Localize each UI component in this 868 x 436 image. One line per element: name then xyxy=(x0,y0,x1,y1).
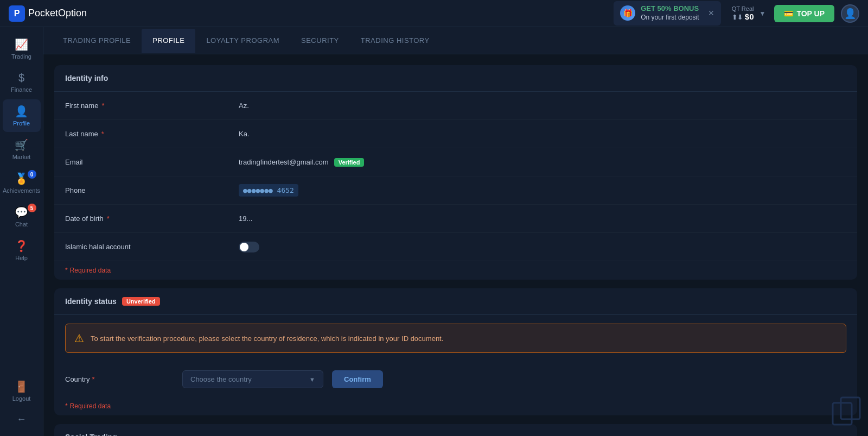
tab-trading-history[interactable]: TRADING HISTORY xyxy=(350,29,441,53)
tab-trading-profile[interactable]: TRADING PROFILE xyxy=(52,29,142,53)
identity-info-body: First name * Az. Last name * Ka. xyxy=(54,92,857,280)
phone-row: Phone ●●●●●●● 4652 xyxy=(54,176,857,205)
tab-navigation: TRADING PROFILE PROFILE LOYALTY PROGRAM … xyxy=(43,27,868,54)
profile-icon: 👤 xyxy=(15,105,28,118)
tab-profile[interactable]: PROFILE xyxy=(142,29,195,53)
tab-loyalty[interactable]: LOYALTY PROGRAM xyxy=(195,29,290,53)
identity-info-header: Identity info xyxy=(54,65,857,92)
balance-label: QT Real xyxy=(732,5,754,12)
email-row: Email tradingfindertest@gmail.com Verifi… xyxy=(54,148,857,176)
dob-label: Date of birth * xyxy=(65,214,239,223)
first-name-required: * xyxy=(101,102,104,110)
phone-display: ●●●●●●● 4652 xyxy=(239,184,298,197)
sidebar-item-label-achievements: Achievements xyxy=(3,187,40,194)
arrow-left-icon: ← xyxy=(17,414,27,425)
balance-amount: ⬆⬇ $0 xyxy=(732,12,754,21)
achievements-icon: 🏅 xyxy=(15,172,28,185)
social-trading-section: Social Trading Avatar 👤 Click or Drop im… xyxy=(54,424,857,436)
identity-status-section: Identity status Unverified ⚠ To start th… xyxy=(54,288,857,415)
sidebar-item-market[interactable]: 🛒 Market xyxy=(3,133,41,166)
sidebar-item-help[interactable]: ❓ Help xyxy=(3,234,41,267)
email-value: tradingfindertest@gmail.com Verified xyxy=(239,158,846,167)
verification-warning: ⚠ To start the verification procedure, p… xyxy=(65,324,846,353)
country-select[interactable]: Choose the country ▼ xyxy=(182,370,323,388)
sidebar-item-logout[interactable]: 🚪 Logout xyxy=(3,375,41,407)
halal-toggle[interactable] xyxy=(239,242,259,252)
topbar: P PocketOption 🎁 GET 50% BONUS On your f… xyxy=(0,0,868,27)
logo-text: PocketOption xyxy=(28,8,87,19)
dob-value: 19... xyxy=(239,214,846,223)
identity-status-title: Identity status xyxy=(65,297,117,306)
warning-text: To start the verification procedure, ple… xyxy=(91,334,443,343)
avatar-icon: 👤 xyxy=(844,8,856,20)
sidebar-item-label-finance: Finance xyxy=(11,86,32,93)
chat-badge: 5 xyxy=(28,204,36,212)
balance-display: QT Real ⬆⬇ $0 ▼ xyxy=(732,5,766,21)
last-name-label: Last name * xyxy=(65,130,239,138)
country-label: Country * xyxy=(65,375,174,383)
email-verified-badge: Verified xyxy=(334,158,365,167)
halal-value xyxy=(239,242,846,252)
first-name-value: Az. xyxy=(239,102,846,110)
last-name-value: Ka. xyxy=(239,130,846,138)
sidebar-item-trading[interactable]: 📈 Trading xyxy=(3,33,41,65)
balance-dropdown-icon[interactable]: ▼ xyxy=(759,10,765,17)
help-icon: ❓ xyxy=(15,239,28,252)
bonus-banner: 🎁 GET 50% BONUS On your first deposit ✕ xyxy=(614,1,720,25)
topup-icon: 💳 xyxy=(784,9,793,18)
sidebar-bottom: 🚪 Logout ← xyxy=(0,375,43,431)
warning-icon: ⚠ xyxy=(74,332,84,345)
achievements-badge: 0 xyxy=(28,170,36,179)
trading-icon: 📈 xyxy=(15,38,28,51)
identity-info-section: Identity info First name * Az. Last name xyxy=(54,65,857,280)
unverified-badge: Unverified xyxy=(122,297,160,306)
sidebar-item-label-logout: Logout xyxy=(12,395,31,402)
identity-status-header: Identity status Unverified xyxy=(54,288,857,315)
logout-icon: 🚪 xyxy=(15,380,28,393)
identity-required-note: * Required data xyxy=(54,261,857,280)
sidebar-item-label-chat: Chat xyxy=(15,221,28,228)
confirm-button[interactable]: Confirm xyxy=(332,370,383,388)
identity-required-text: Required data xyxy=(70,267,111,274)
dob-row: Date of birth * 19... xyxy=(54,205,857,233)
chat-icon: 💬 xyxy=(15,206,28,219)
sidebar-item-chat[interactable]: 💬 Chat 5 xyxy=(3,200,41,233)
market-icon: 🛒 xyxy=(15,138,28,151)
sidebar-item-label-market: Market xyxy=(12,154,31,160)
logo[interactable]: P PocketOption xyxy=(9,5,87,22)
logo-icon: P xyxy=(9,5,25,22)
user-avatar[interactable]: 👤 xyxy=(841,4,859,23)
country-required-note: * Required data xyxy=(54,397,857,415)
sidebar-item-label-profile: Profile xyxy=(13,120,30,127)
social-trading-header: Social Trading xyxy=(54,424,857,436)
sidebar-collapse-arrow[interactable]: ← xyxy=(3,408,41,431)
sidebar-item-finance[interactable]: $ Finance xyxy=(3,66,41,98)
sidebar-item-label-help: Help xyxy=(15,255,28,261)
profile-content: Identity info First name * Az. Last name xyxy=(43,54,868,436)
last-name-row: Last name * Ka. xyxy=(54,120,857,148)
sidebar-item-profile[interactable]: 👤 Profile xyxy=(3,99,41,132)
halal-label: Islamic halal account xyxy=(65,243,239,251)
country-dropdown-icon: ▼ xyxy=(309,376,315,383)
finance-icon: $ xyxy=(18,72,24,84)
first-name-row: First name * Az. xyxy=(54,92,857,120)
country-placeholder: Choose the country xyxy=(190,375,252,383)
email-label: Email xyxy=(65,158,239,166)
last-name-required: * xyxy=(101,130,104,138)
country-row: Country * Choose the country ▼ Confirm xyxy=(54,362,857,397)
bonus-icon: 🎁 xyxy=(620,5,635,21)
sidebar: 📈 Trading $ Finance 👤 Profile 🛒 Market 🏅… xyxy=(0,27,43,436)
country-required-text: Required data xyxy=(70,402,111,410)
country-required-star: * xyxy=(92,375,95,383)
bonus-close-icon[interactable]: ✕ xyxy=(708,9,714,17)
tab-security[interactable]: SECURITY xyxy=(290,29,350,53)
halal-row: Islamic halal account xyxy=(54,233,857,261)
phone-value: ●●●●●●● 4652 xyxy=(239,184,846,197)
bonus-text: GET 50% BONUS On your first deposit xyxy=(641,4,699,22)
topup-button[interactable]: 💳 TOP UP xyxy=(774,5,834,22)
dob-required: * xyxy=(107,214,110,223)
first-name-label: First name * xyxy=(65,102,239,110)
phone-label: Phone xyxy=(65,186,239,194)
main-content: TRADING PROFILE PROFILE LOYALTY PROGRAM … xyxy=(43,27,868,436)
sidebar-item-achievements[interactable]: 🏅 Achievements 0 xyxy=(3,167,41,199)
